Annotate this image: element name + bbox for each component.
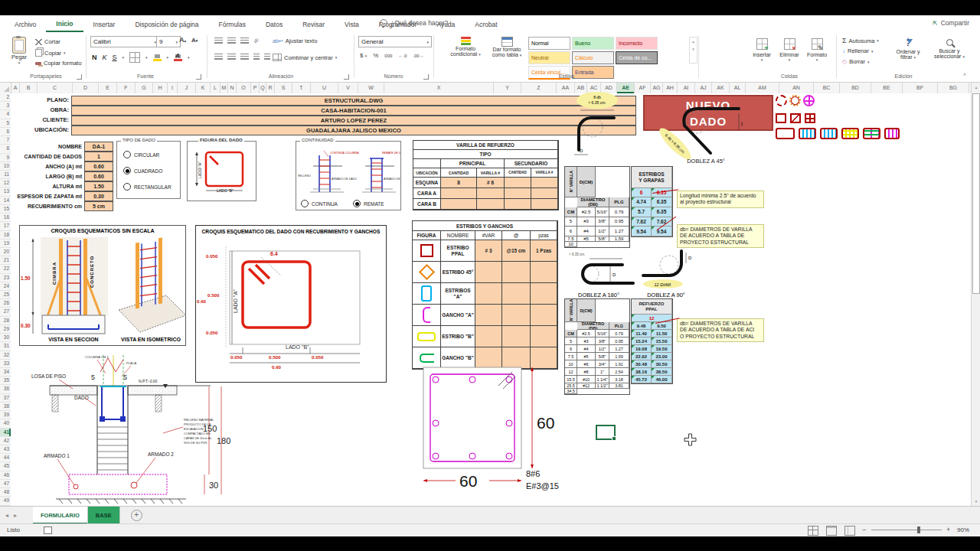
input-cell[interactable] [531,305,557,326]
row-header[interactable]: 16 [0,214,11,222]
column-header[interactable]: N [228,83,237,93]
input-cell[interactable] [531,178,558,188]
column-header[interactable]: Z [521,83,557,93]
format-painter-button[interactable]: Copiar formato [35,60,82,67]
input-cell[interactable] [531,262,557,283]
row-header[interactable]: 48 [0,488,11,497]
align-middle-icon[interactable] [227,37,236,44]
input-cell[interactable] [441,199,477,210]
field-value[interactable]: 5 cm [84,201,113,211]
column-header[interactable]: P [251,83,260,93]
cut-button[interactable]: Cortar [35,38,60,45]
radio-cuadrado[interactable]: CUADRADO [123,167,162,174]
align-left-icon[interactable] [214,54,223,60]
input-cell[interactable] [502,305,531,326]
input-cell[interactable] [505,188,531,199]
ribbon-tab[interactable]: Disposición de página [125,18,208,31]
column-header[interactable]: K [196,83,211,93]
column-header[interactable]: G [136,83,153,93]
row-header[interactable]: 23 [0,274,11,282]
ribbon-tab[interactable]: Acrobat [465,18,507,31]
cell-style-chip[interactable]: Bueno [572,37,614,50]
row-header[interactable]: 5 [0,119,11,128]
font-color-button[interactable]: A [174,54,182,61]
column-header[interactable]: D [73,83,99,93]
merge-center-button[interactable]: Combinar y centrar▾ [273,54,337,61]
input-cell[interactable] [505,178,531,188]
input-cell[interactable] [531,283,557,305]
comma-style-button[interactable]: 000 [384,54,392,58]
column-header[interactable]: L [211,83,220,93]
new-sheet-button[interactable]: + [131,510,142,521]
zoom-level[interactable]: 90% [957,527,969,533]
zoom-in-button[interactable]: + [946,526,950,533]
row-header[interactable]: 37 [0,394,11,403]
column-header[interactable]: Y [494,83,521,93]
row-header[interactable]: 25 [0,291,11,299]
ribbon-tab[interactable]: Insertar [83,18,126,31]
dialog-launcher-icon[interactable] [344,74,349,80]
input-cell[interactable] [502,283,531,305]
sheet-nav-right-icon[interactable]: ▸ [14,512,22,519]
field-value[interactable]: CASA-HABITACION-001 [71,106,636,116]
field-value[interactable]: DA-1 [84,142,113,152]
radio-circular[interactable]: CIRCULAR [123,151,159,158]
sheet-nav-left-icon[interactable]: ◂ [0,512,14,519]
sort-filter-button[interactable]: AZ Ordenar y filtrar ▾ [890,37,926,60]
input-cell[interactable]: 1 Pzas [531,240,557,262]
radio-continua[interactable]: CONTINUA [301,200,338,207]
column-header[interactable]: S [275,83,292,93]
input-cell[interactable] [477,188,505,199]
row-header[interactable]: 24 [0,282,11,291]
font-size-combo[interactable]: 9▾ [156,36,181,47]
row-header[interactable]: 32 [0,351,11,360]
clear-button[interactable]: ◇ Borrar▾ [842,58,870,65]
ribbon-tab[interactable]: Fórmulas [209,18,256,31]
selected-cell[interactable] [596,425,616,440]
delete-cells-button[interactable]: × Eliminar ▾ [776,38,802,62]
field-value[interactable]: 0.60 [84,161,113,171]
share-button[interactable]: ⇱ Compartir [933,19,969,27]
input-cell[interactable] [531,199,558,210]
row-header[interactable]: 38 [0,403,11,411]
column-header[interactable]: I [168,83,178,93]
fill-color-button[interactable] [153,54,162,61]
row-header[interactable]: 17 [0,222,11,230]
row-header[interactable]: 42 [0,437,11,445]
ribbon-tab[interactable]: Archivo [5,18,46,31]
gallery-scrollbar[interactable]: ▴▾ [689,37,697,64]
tell-me[interactable]: ¿Qué desea hacer? [380,19,448,27]
column-header[interactable]: AK [712,83,730,93]
column-header[interactable]: J [178,83,196,93]
zoom-slider-handle[interactable] [917,527,920,533]
row-header[interactable]: 3 [0,102,11,110]
row-header[interactable]: 49 [0,497,11,505]
dialog-launcher-icon[interactable] [77,74,82,80]
column-header[interactable]: AI [678,83,695,93]
column-header[interactable]: AL [730,83,746,93]
cell-style-chip[interactable]: Celda de co... [616,51,658,64]
column-header[interactable]: E [99,83,117,93]
dialog-launcher-icon[interactable] [196,74,201,80]
row-header[interactable]: 31 [0,342,11,350]
column-header[interactable]: A [11,83,20,93]
radio-rectangular[interactable]: RECTANGULAR [123,183,172,191]
field-value[interactable]: ARTURO LOPEZ PEREZ [71,116,636,126]
select-all-corner[interactable] [0,83,11,93]
row-header[interactable]: 18 [0,231,11,240]
row-header[interactable]: 19 [0,240,11,248]
row-header[interactable]: 28 [0,317,11,325]
row-header[interactable]: 34 [0,368,11,377]
wrap-text-button[interactable]: ab↩ Ajustar texto [273,37,317,44]
align-top-icon[interactable] [214,37,223,44]
row-header[interactable]: 39 [0,411,11,419]
normal-view-button[interactable] [808,526,818,536]
italic-button[interactable]: K [103,54,107,61]
autosum-button[interactable]: Σ Autosuma▾ [842,37,879,44]
radio-remate[interactable]: REMATE [353,200,384,207]
input-cell[interactable] [502,262,531,283]
row-header[interactable]: 21 [0,256,11,265]
row-header[interactable]: 36 [0,385,11,393]
input-cell[interactable] [475,262,502,283]
row-header[interactable]: 26 [0,299,11,308]
